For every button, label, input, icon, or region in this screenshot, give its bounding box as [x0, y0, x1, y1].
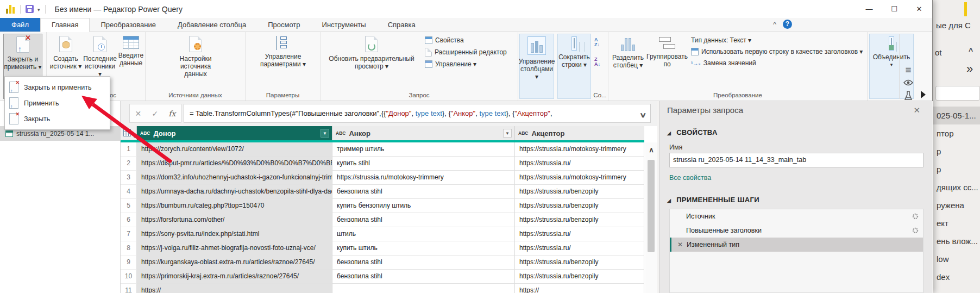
properties-section-header[interactable]: ◢ СВОЙСТВА [667, 128, 718, 136]
flask-icon[interactable] [904, 91, 913, 101]
group-by-button[interactable]: Группировать по [646, 34, 688, 68]
row-number[interactable]: 3 [121, 171, 137, 185]
save-icon[interactable] [26, 5, 34, 13]
sort-descending-button[interactable]: Z A↓ [594, 57, 600, 67]
cell-anchor[interactable]: купить stihl [332, 157, 515, 171]
row-number[interactable]: 7 [121, 227, 137, 241]
cell-acceptor[interactable]: https://strussia.ru/ [515, 227, 644, 241]
cancel-formula-icon[interactable]: ✕ [135, 109, 142, 118]
filter-icon[interactable]: ▼ [321, 129, 329, 138]
enter-data-button[interactable]: Введите данные [117, 34, 145, 67]
cell-donor[interactable]: https://umnaya-dacha.ru/dachnyi-uchastok… [137, 185, 332, 199]
query-name-input[interactable]: strussia ru_2025-05-14 11_14_33_main_tab [669, 153, 924, 167]
cell-donor[interactable]: https://primorskij-kraj.extra-m.ru/artic… [137, 270, 332, 284]
expand-right-icon[interactable] [921, 91, 926, 98]
refresh-preview-button[interactable]: Обновить предварительный просмотр ▾ [323, 34, 420, 70]
cell-donor[interactable]: https://forsfortuna.com/other/ [137, 213, 332, 227]
recent-sources-button[interactable]: Последние источники ▾ [83, 34, 117, 78]
background-search-input[interactable] [935, 86, 980, 101]
reduce-rows-button[interactable]: Сократить строки ▾ [557, 34, 591, 99]
background-list-item[interactable]: low [933, 250, 980, 268]
menu-item-close[interactable]: ✕ Закрыть [5, 111, 110, 127]
close-button[interactable]: ✕ [907, 0, 932, 18]
background-list-item[interactable]: ень влож... [933, 232, 980, 250]
data-source-settings-button[interactable]: Настройки источника данных [169, 34, 222, 78]
manage-button[interactable]: Управление ▾ [425, 60, 507, 68]
cell-donor[interactable]: https://sony-psvita.ru/index.php/stati.h… [137, 227, 332, 241]
formula-input[interactable]: = Table.TransformColumnTypes(#"Повышенны… [184, 104, 651, 123]
cell-anchor[interactable]: триммер штиль [332, 142, 515, 157]
fx-icon[interactable]: fx [168, 109, 175, 118]
replace-values-button[interactable]: ¹→₂ Замена значений [691, 59, 863, 67]
cell-donor[interactable]: https://disput-pmr.ru/articles/%D0%93%D0… [137, 157, 332, 171]
row-number[interactable]: 11 [121, 284, 137, 293]
cell-acceptor[interactable]: https://strussia.ru/motokosy-trimmery [515, 171, 644, 185]
applied-steps-section-header[interactable]: ◢ ПРИМЕНЕННЫЕ ШАГИ [667, 196, 759, 204]
cell-anchor[interactable]: купить штиль [332, 241, 515, 255]
cell-acceptor[interactable]: https://strussia.ru/benzopily [515, 199, 644, 213]
cell-donor[interactable]: https://dom32.info/uhozhennyj-uchastok-i… [137, 171, 332, 185]
filter-icon[interactable]: ▼ [503, 129, 512, 138]
cell-acceptor[interactable]: https://strussia.ru/ [515, 157, 644, 171]
column-header-anchor[interactable]: ABC Анкор ▼ [332, 126, 515, 140]
tab-view[interactable]: Просмотр [257, 18, 311, 32]
cell-donor[interactable]: https://bumbum.ru/categ.php?ttop=150470 [137, 199, 332, 213]
menu-lines-icon[interactable]: ≡ [905, 66, 911, 74]
cell-anchor[interactable]: штиль [332, 227, 515, 241]
background-list-item[interactable]: 025-05-1... [933, 107, 980, 124]
properties-button[interactable]: Свойства [425, 36, 507, 44]
background-list-item[interactable]: dex [933, 268, 980, 286]
tab-file[interactable]: Файл [0, 18, 40, 32]
step-promoted-headers[interactable]: Повышенные заголовки [670, 223, 923, 238]
cell-acceptor[interactable]: https://strussia.ru/benzopily [515, 270, 644, 284]
background-list-item[interactable]: ект [933, 214, 980, 232]
eye-icon[interactable] [903, 79, 913, 86]
cell-anchor[interactable]: бензопила stihl [332, 213, 515, 227]
tab-help[interactable]: Справка [377, 18, 426, 32]
gear-icon[interactable] [912, 213, 919, 221]
cell-acceptor[interactable]: https://strussia.ru/benzopily [515, 213, 644, 227]
advanced-editor-button[interactable]: Расширенный редактор [425, 48, 507, 57]
tab-add-column[interactable]: Добавление столбца [167, 18, 257, 32]
cell-donor[interactable]: https://zorych.ru/content/view/1072/ [137, 142, 332, 157]
row-number[interactable]: 8 [121, 241, 137, 255]
row-number[interactable]: 2 [121, 157, 137, 171]
cell-anchor[interactable]: бензопила stihl [332, 270, 515, 284]
cell-anchor[interactable]: купить бензопилу штиль [332, 199, 515, 213]
quick-access-caret-icon[interactable]: ▾ [37, 7, 40, 13]
gear-icon[interactable] [912, 227, 919, 235]
background-list-item[interactable]: р [933, 160, 980, 178]
collapse-ribbon-icon[interactable]: ^ [773, 20, 776, 28]
confirm-formula-icon[interactable]: ✓ [152, 109, 158, 118]
menu-item-close-and-apply[interactable]: ✕ ↑ Закрыть и применить [5, 79, 110, 95]
tab-tools[interactable]: Инструменты [311, 18, 377, 32]
cell-donor[interactable]: https:// [137, 284, 332, 293]
delete-step-icon[interactable]: ✕ [677, 241, 683, 248]
tab-transform[interactable]: Преобразование [90, 18, 167, 32]
cell-acceptor[interactable]: https://strussia.ru/motokosy-trimmery [515, 142, 644, 157]
column-header-acceptor[interactable]: ABC Акцептор [515, 126, 644, 140]
help-icon[interactable]: ? [783, 20, 792, 29]
minimize-button[interactable]: — [857, 0, 882, 18]
sort-ascending-button[interactable]: A Z↓ [594, 38, 600, 47]
maximize-button[interactable]: ☐ [882, 0, 907, 18]
cell-anchor[interactable] [332, 284, 515, 293]
cell-anchor[interactable]: https://strussia.ru/motokosy-trimmery [332, 171, 515, 185]
expand-formula-icon[interactable]: ∨ [640, 111, 647, 119]
collapse-icon[interactable]: ^ [969, 47, 973, 55]
scrollbar-thumb[interactable] [648, 160, 655, 252]
cell-acceptor[interactable]: https://strussia.ru/benzopily [515, 185, 644, 199]
background-list-item[interactable]: дящих сс... [933, 178, 980, 196]
cell-acceptor[interactable]: https://strussia.ru/ [515, 241, 644, 255]
step-changed-type-selected[interactable]: ✕ Измененный тип [670, 238, 923, 252]
row-number[interactable]: 9 [121, 255, 137, 270]
cell-donor[interactable]: https://kurganskaya-oblast.extra-m.ru/ar… [137, 255, 332, 270]
column-header-donor[interactable]: ABC Донор ▼ [137, 126, 332, 140]
expand-pane-icon[interactable]: » [966, 62, 973, 76]
cell-acceptor[interactable]: https:// [515, 284, 644, 293]
data-type-button[interactable]: Тип данных: Текст ▾ [691, 36, 863, 44]
cell-acceptor[interactable]: https://strussia.ru/benzopily [515, 255, 644, 270]
manage-columns-button[interactable]: Управление столбцами ▾ [519, 34, 554, 99]
grid-vertical-scrollbar[interactable]: ∧ [645, 142, 657, 293]
background-list-item[interactable]: птор [933, 124, 980, 142]
